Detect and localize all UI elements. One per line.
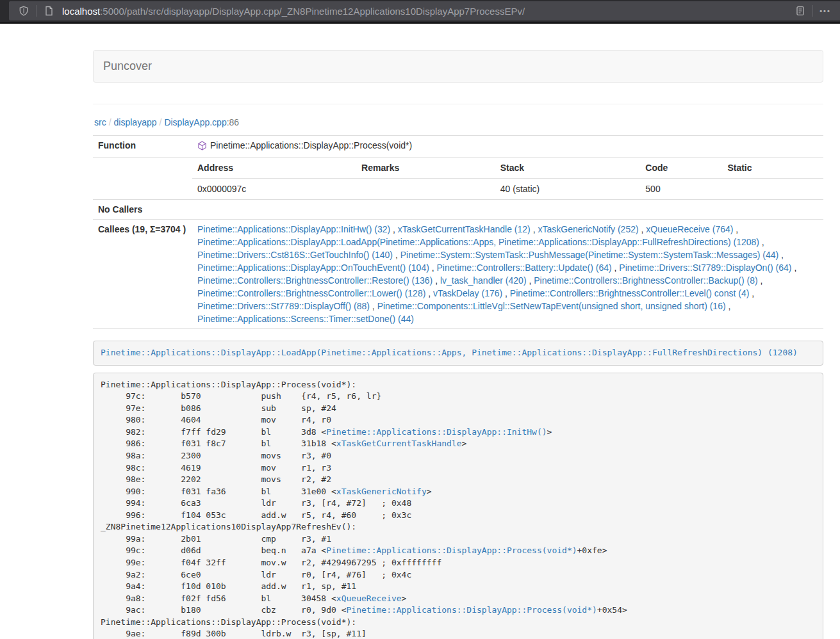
- breadcrumb-link-displayapp[interactable]: displayapp: [114, 117, 157, 127]
- callees-list: Pinetime::Applications::DisplayApp::Init…: [192, 220, 823, 329]
- static-value: [722, 179, 823, 200]
- callee-link[interactable]: Pinetime::Controllers::BrightnessControl…: [197, 288, 425, 298]
- function-row: Function Pinetime::Applications::Display…: [93, 136, 823, 158]
- browser-toolbar: localhost:5000/path/src/displayapp/Displ…: [0, 0, 840, 24]
- function-details-table: Address Remarks Stack Code Static 0x0000…: [192, 158, 823, 199]
- overflow-menu-icon[interactable]: •••: [817, 3, 834, 19]
- callees-label: Callees (19, Σ=3704 ): [93, 220, 192, 329]
- remarks-value: [356, 179, 495, 200]
- function-name-cell: Pinetime::Applications::DisplayApp::Proc…: [192, 136, 823, 158]
- reader-mode-icon[interactable]: [792, 3, 809, 19]
- col-stack: Stack: [495, 158, 641, 179]
- col-static: Static: [722, 158, 823, 179]
- callee-link[interactable]: lv_task_handler (420): [440, 275, 527, 286]
- url-bar[interactable]: localhost:5000/path/src/displayapp/Displ…: [9, 1, 840, 20]
- function-details-cell: Address Remarks Stack Code Static 0x0000…: [192, 158, 823, 200]
- url-text[interactable]: localhost:5000/path/src/displayapp/Displ…: [62, 6, 792, 17]
- breadcrumb-link-file[interactable]: DisplayApp.cpp: [164, 117, 226, 127]
- callee-link[interactable]: Pinetime::Drivers::St7789::DisplayOn() (…: [619, 263, 791, 273]
- function-name: Pinetime::Applications::DisplayApp::Proc…: [210, 140, 412, 150]
- breadcrumb-separator: /: [109, 117, 111, 127]
- code-size-value: 500: [640, 179, 722, 200]
- code-symbol-link[interactable]: xTaskGenericNotify: [336, 487, 427, 496]
- url-path: :5000/path/src/displayapp/DisplayApp.cpp…: [100, 6, 525, 17]
- no-callers-label: No Callers: [93, 200, 192, 220]
- callee-link[interactable]: Pinetime::Drivers::Cst816S::GetTouchInfo…: [197, 250, 393, 260]
- details-value-row: 0x0000097c 40 (static) 500: [192, 179, 823, 200]
- callee-link[interactable]: xTaskGenericNotify (252): [538, 224, 638, 234]
- toolbar-separator: [812, 5, 813, 17]
- callee-link[interactable]: Pinetime::Applications::DisplayApp::OnTo…: [197, 263, 429, 273]
- callee-link[interactable]: xTaskGetCurrentTaskHandle (12): [398, 224, 531, 234]
- url-host: localhost: [62, 6, 100, 17]
- callee-link[interactable]: xQueueReceive (764): [646, 224, 733, 234]
- shield-icon[interactable]: [15, 3, 32, 19]
- page-content: Puncover src/displayapp/DisplayApp.cpp:8…: [93, 50, 823, 639]
- callers-cell: [192, 200, 823, 220]
- callee-link[interactable]: Pinetime::Controllers::BrightnessControl…: [510, 288, 749, 298]
- function-table: Function Pinetime::Applications::Display…: [93, 135, 823, 329]
- symbol-package-icon: [197, 141, 207, 154]
- callee-link[interactable]: vTaskDelay (176): [433, 288, 502, 298]
- callee-link[interactable]: Pinetime::Components::LittleVgl::SetNewT…: [377, 301, 726, 311]
- function-label: Function: [93, 136, 192, 158]
- page-icon[interactable]: [40, 3, 57, 19]
- empty-label-cell: [93, 158, 192, 200]
- callee-link[interactable]: Pinetime::Controllers::BrightnessControl…: [197, 275, 432, 286]
- disassembly-code-block: Pinetime::Applications::DisplayApp::Proc…: [93, 373, 823, 639]
- col-remarks: Remarks: [356, 158, 495, 179]
- callers-row: No Callers: [93, 200, 823, 220]
- breadcrumb-separator: /: [160, 117, 162, 127]
- address-value: 0x0000097c: [192, 179, 356, 200]
- callee-link[interactable]: Pinetime::Applications::DisplayApp::Load…: [197, 237, 759, 247]
- breadcrumb-link-src[interactable]: src: [94, 117, 106, 127]
- code-symbol-link[interactable]: xQueueReceive: [336, 594, 402, 603]
- callees-row: Callees (19, Σ=3704 ) Pinetime::Applicat…: [93, 220, 823, 329]
- stack-value: 40 (static): [495, 179, 641, 200]
- line-number: :86: [227, 117, 239, 127]
- code-symbol-link[interactable]: Pinetime::Applications::DisplayApp::Proc…: [347, 605, 597, 615]
- toolbar-separator: [36, 5, 37, 17]
- callee-link[interactable]: Pinetime::Drivers::St7789::DisplayOff() …: [197, 301, 370, 311]
- function-details-row: Address Remarks Stack Code Static 0x0000…: [93, 158, 823, 200]
- col-code: Code: [640, 158, 722, 179]
- col-address: Address: [192, 158, 356, 179]
- highlighted-symbol-panel: Pinetime::Applications::DisplayApp::Load…: [93, 341, 823, 366]
- navbar: Puncover: [93, 50, 823, 83]
- callee-link[interactable]: Pinetime::Controllers::Battery::Update()…: [437, 263, 612, 273]
- callee-link[interactable]: Pinetime::Applications::DisplayApp::Init…: [197, 224, 390, 234]
- code-symbol-link[interactable]: xTaskGetCurrentTaskHandle: [336, 439, 462, 448]
- breadcrumb: src/displayapp/DisplayApp.cpp:86: [94, 116, 823, 129]
- details-header-row: Address Remarks Stack Code Static: [192, 158, 823, 179]
- code-symbol-link[interactable]: Pinetime::Applications::DisplayApp::Proc…: [326, 546, 577, 555]
- highlighted-symbol-link[interactable]: Pinetime::Applications::DisplayApp::Load…: [101, 348, 798, 357]
- callee-link[interactable]: Pinetime::Controllers::BrightnessControl…: [534, 275, 757, 286]
- divider: [93, 104, 823, 104]
- code-symbol-link[interactable]: Pinetime::Applications::DisplayApp::Init…: [326, 427, 547, 437]
- brand-link[interactable]: Puncover: [94, 51, 161, 82]
- callee-link[interactable]: Pinetime::Applications::Screens::Timer::…: [197, 314, 414, 324]
- callee-link[interactable]: Pinetime::System::SystemTask::PushMessag…: [400, 250, 779, 260]
